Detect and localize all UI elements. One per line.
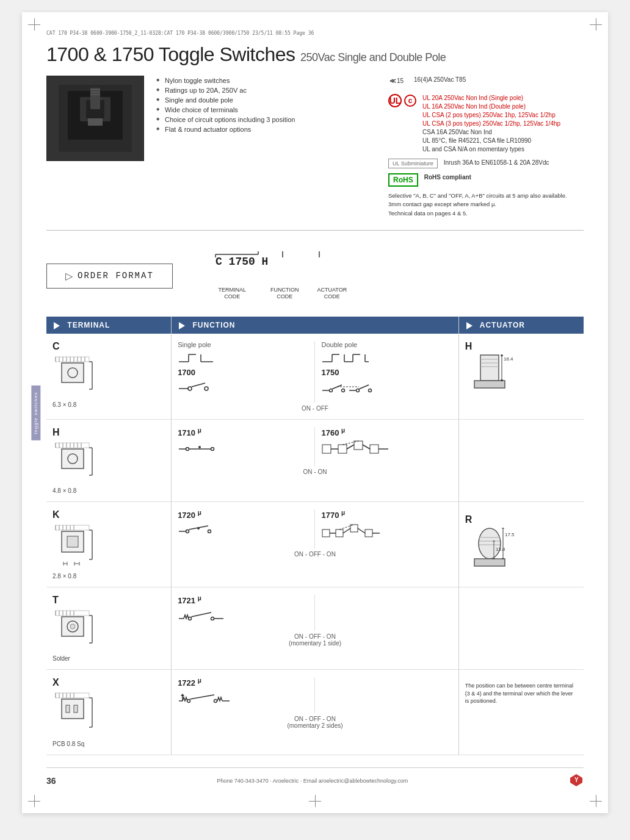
terminal-code-label: TERMINALCODE	[218, 287, 246, 301]
table-row: X	[46, 670, 584, 755]
footer-logo: Y	[569, 773, 584, 789]
function-double-empty2	[315, 677, 452, 713]
function-header: FUNCTION	[172, 317, 459, 334]
feature-item: Single and double pole	[156, 95, 376, 105]
func-1700-diagram	[178, 379, 308, 398]
order-format-box: ▷ ORDER FORMAT	[46, 264, 173, 289]
function-inner: 1722 μ	[178, 677, 452, 713]
actuator-h-cell: H	[458, 334, 584, 420]
feature-item: Choice of circuit options including 3 po…	[156, 115, 376, 124]
function-inner: 1710 μ	[178, 427, 452, 466]
svg-line-129	[339, 525, 354, 529]
svg-point-175	[187, 700, 190, 703]
page-title: 1700 & 1750 Toggle Switches 250Vac Singl…	[46, 43, 584, 66]
function-code-label: FUNCTIONCODE	[270, 287, 299, 301]
function-inner: 1720 μ	[178, 509, 452, 548]
svg-rect-169	[66, 705, 70, 713]
terminal-k-cell: K	[46, 502, 172, 587]
function-1720-cell: 1720 μ	[172, 502, 459, 587]
svg-line-92	[347, 445, 354, 449]
func-row2-name: ON - ON	[178, 468, 452, 475]
svg-point-53	[342, 389, 345, 392]
func-row5-name: ON - OFF - ON(momentary 2 sides)	[178, 716, 452, 729]
function-single-1720: 1720 μ	[178, 509, 315, 548]
actuator-r-cell: R	[458, 502, 584, 587]
function-1722-cell: 1722 μ	[172, 670, 459, 755]
function-single-1710: 1710 μ	[178, 427, 315, 466]
function-arrow-icon	[179, 322, 185, 329]
svg-rect-161	[56, 693, 89, 698]
actuator-code-label: ACTUATORCODE	[317, 287, 347, 301]
func-1720: 1720 μ	[178, 509, 308, 520]
actuator-r-code: R	[465, 514, 578, 525]
func-row4-name: ON - OFF - ON(momentary 1 side)	[178, 633, 452, 647]
selective-note: Selective "A, B, C" and "OFF, A, A+B" ci…	[388, 192, 584, 218]
actuator-note: The position can be between centre termi…	[465, 682, 578, 705]
svg-rect-91	[338, 445, 347, 453]
svg-point-152	[70, 624, 75, 629]
terminal-x-cell: X	[46, 670, 172, 755]
feature-item: Ratings up to 20A, 250V ac	[156, 85, 376, 95]
svg-point-157	[189, 617, 192, 620]
crosshair-top-left	[28, 18, 40, 31]
terminal-c-cell: C	[46, 334, 172, 420]
func-row3-name: ON - OFF - ON	[178, 551, 452, 558]
func-1721: 1721 μ	[178, 595, 308, 605]
intro-section: Nylon toggle switches Ratings up to 20A,…	[46, 76, 584, 218]
feature-item: Nylon toggle switches	[156, 76, 376, 85]
svg-rect-143	[56, 611, 89, 616]
terminal-c-code: C	[52, 341, 165, 352]
code-labels: TERMINALCODE FUNCTIONCODE ACTUATORCODE	[218, 287, 347, 301]
terminal-h-size: 4.8 × 0.8	[52, 487, 165, 494]
svg-rect-95	[370, 445, 378, 453]
terminal-x-code: X	[52, 677, 165, 688]
func-1750-diagram	[321, 379, 452, 400]
terminal-k-diagram	[52, 524, 165, 569]
svg-rect-134	[474, 559, 505, 566]
function-double-1760: 1760 μ	[315, 427, 452, 466]
svg-rect-127	[365, 529, 372, 537]
order-format-arrow: ▷	[65, 270, 73, 282]
crosshair-top-right	[590, 18, 602, 31]
actuator-h-diagram: 16.4	[465, 352, 578, 403]
terminal-k-size: 2.8 × 0.8	[52, 573, 165, 580]
cert-imrush-row: UL Subminiature Inrush 36A to EN61058-1 …	[388, 159, 584, 168]
actuator-note-cell: The position can be between centre termi…	[458, 670, 584, 755]
svg-point-177	[214, 700, 217, 703]
rohs-badge: RoHS	[388, 173, 418, 187]
terminal-k-code: K	[52, 509, 165, 520]
svg-rect-106	[67, 536, 78, 547]
svg-point-57	[369, 389, 372, 392]
function-single-pole: Single pole 1700	[178, 341, 315, 403]
terminal-t-diagram	[52, 609, 165, 652]
function-1700-cell: Single pole 1700	[172, 334, 459, 420]
svg-rect-63	[474, 381, 505, 388]
func-1750: 1750	[321, 368, 452, 377]
svg-text:C 1750 H: C 1750 H	[215, 256, 268, 268]
svg-text:13.8: 13.8	[496, 547, 505, 552]
svg-line-39	[192, 383, 205, 387]
svg-point-130	[479, 528, 501, 559]
func-1710-diagram	[178, 440, 308, 458]
terminal-h-cell: H	[46, 420, 172, 502]
table-row: H	[46, 420, 584, 502]
terminal-t-code: T	[52, 595, 165, 606]
func-1760-diagram	[321, 440, 452, 464]
svg-text:15: 15	[397, 77, 404, 84]
actuator-empty-cell	[458, 420, 584, 502]
svg-rect-89	[322, 445, 331, 453]
svg-point-88	[198, 446, 201, 448]
actuator-h-code: H	[465, 341, 578, 352]
svg-text:Y: Y	[574, 777, 579, 783]
actuator-r-diagram: 17.5 13.8	[465, 525, 578, 576]
terminal-h-code: H	[52, 427, 165, 438]
svg-point-159	[211, 617, 214, 620]
svg-point-85	[186, 448, 189, 451]
func-1770-diagram	[321, 522, 452, 546]
section-header-row: TERMINAL FUNCTION ACTUATOR	[46, 317, 584, 334]
svg-line-126	[358, 528, 365, 533]
func-1720-diagram	[178, 522, 308, 540]
function-single-1721: 1721 μ	[178, 595, 315, 631]
table-row: T	[46, 587, 584, 670]
svg-rect-121	[322, 529, 330, 537]
